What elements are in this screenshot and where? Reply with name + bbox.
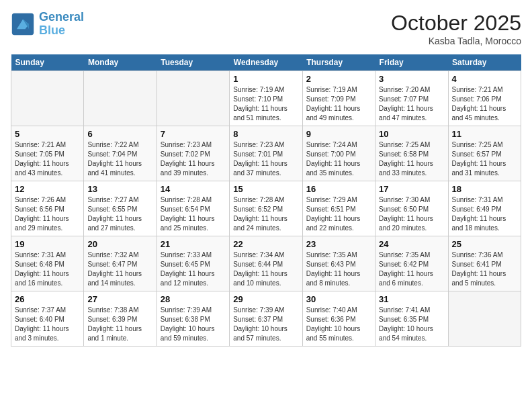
calendar-cell: 8Sunrise: 7:23 AMSunset: 7:01 PMDaylight… — [230, 126, 302, 181]
day-info: Sunrise: 7:33 AMSunset: 6:45 PMDaylight:… — [161, 250, 226, 288]
day-number: 24 — [379, 239, 444, 249]
day-number: 15 — [233, 184, 298, 194]
day-info: Sunrise: 7:21 AMSunset: 7:06 PMDaylight:… — [452, 85, 517, 123]
calendar-cell: 10Sunrise: 7:25 AMSunset: 6:58 PMDayligh… — [375, 126, 448, 181]
day-number: 26 — [15, 294, 80, 304]
calendar-cell: 25Sunrise: 7:36 AMSunset: 6:41 PMDayligh… — [448, 236, 521, 291]
day-info: Sunrise: 7:40 AMSunset: 6:36 PMDaylight:… — [306, 306, 371, 343]
day-info: Sunrise: 7:22 AMSunset: 7:04 PMDaylight:… — [87, 140, 152, 178]
day-info: Sunrise: 7:31 AMSunset: 6:49 PMDaylight:… — [452, 195, 517, 233]
header-row: SundayMondayTuesdayWednesdayThursdayFrid… — [11, 54, 521, 71]
day-number: 19 — [15, 239, 80, 249]
calendar-cell: 3Sunrise: 7:20 AMSunset: 7:07 PMDaylight… — [375, 71, 448, 126]
day-info: Sunrise: 7:23 AMSunset: 7:02 PMDaylight:… — [161, 140, 226, 178]
day-info: Sunrise: 7:35 AMSunset: 6:42 PMDaylight:… — [379, 250, 444, 288]
calendar-cell — [84, 71, 157, 126]
day-number: 16 — [306, 184, 371, 194]
calendar-cell: 30Sunrise: 7:40 AMSunset: 6:36 PMDayligh… — [302, 291, 375, 347]
calendar-cell: 31Sunrise: 7:41 AMSunset: 6:35 PMDayligh… — [375, 291, 448, 347]
calendar-cell: 4Sunrise: 7:21 AMSunset: 7:06 PMDaylight… — [448, 71, 521, 126]
day-info: Sunrise: 7:28 AMSunset: 6:52 PMDaylight:… — [233, 195, 298, 233]
calendar-cell: 29Sunrise: 7:39 AMSunset: 6:37 PMDayligh… — [230, 291, 302, 347]
day-info: Sunrise: 7:27 AMSunset: 6:55 PMDaylight:… — [87, 195, 152, 233]
calendar-cell: 7Sunrise: 7:23 AMSunset: 7:02 PMDaylight… — [157, 126, 229, 181]
day-number: 29 — [233, 294, 298, 304]
day-number: 25 — [452, 239, 517, 249]
day-number: 14 — [161, 184, 226, 194]
calendar-cell: 17Sunrise: 7:30 AMSunset: 6:50 PMDayligh… — [375, 181, 448, 236]
day-info: Sunrise: 7:36 AMSunset: 6:41 PMDaylight:… — [452, 250, 517, 288]
logo: General Blue — [11, 11, 84, 38]
day-info: Sunrise: 7:20 AMSunset: 7:07 PMDaylight:… — [379, 85, 444, 123]
day-info: Sunrise: 7:30 AMSunset: 6:50 PMDaylight:… — [379, 195, 444, 233]
day-header-sunday: Sunday — [11, 54, 84, 71]
calendar-cell: 12Sunrise: 7:26 AMSunset: 6:56 PMDayligh… — [11, 181, 84, 236]
day-info: Sunrise: 7:31 AMSunset: 6:48 PMDaylight:… — [15, 250, 80, 288]
day-number: 23 — [306, 239, 371, 249]
title-block: October 2025 Kasba Tadla, Morocco — [391, 11, 521, 46]
day-info: Sunrise: 7:29 AMSunset: 6:51 PMDaylight:… — [306, 195, 371, 233]
day-number: 5 — [15, 129, 80, 139]
calendar-cell: 13Sunrise: 7:27 AMSunset: 6:55 PMDayligh… — [84, 181, 157, 236]
day-number: 11 — [452, 129, 517, 139]
day-info: Sunrise: 7:34 AMSunset: 6:44 PMDaylight:… — [233, 250, 298, 288]
page-header: General Blue October 2025 Kasba Tadla, M… — [11, 11, 521, 46]
day-number: 21 — [161, 239, 226, 249]
day-number: 9 — [306, 129, 371, 139]
day-number: 28 — [161, 294, 226, 304]
day-number: 20 — [87, 239, 152, 249]
calendar-cell: 1Sunrise: 7:19 AMSunset: 7:10 PMDaylight… — [230, 71, 302, 126]
calendar-cell: 16Sunrise: 7:29 AMSunset: 6:51 PMDayligh… — [302, 181, 375, 236]
calendar-cell: 28Sunrise: 7:39 AMSunset: 6:38 PMDayligh… — [157, 291, 229, 347]
day-info: Sunrise: 7:37 AMSunset: 6:40 PMDaylight:… — [15, 306, 80, 343]
calendar-cell: 24Sunrise: 7:35 AMSunset: 6:42 PMDayligh… — [375, 236, 448, 291]
day-number: 12 — [15, 184, 80, 194]
month-title: October 2025 — [391, 11, 521, 36]
day-info: Sunrise: 7:25 AMSunset: 6:57 PMDaylight:… — [452, 140, 517, 178]
calendar-cell: 26Sunrise: 7:37 AMSunset: 6:40 PMDayligh… — [11, 291, 84, 347]
location: Kasba Tadla, Morocco — [391, 36, 521, 46]
day-number: 27 — [87, 294, 152, 304]
week-row-2: 5Sunrise: 7:21 AMSunset: 7:05 PMDaylight… — [11, 126, 521, 181]
day-header-saturday: Saturday — [448, 54, 521, 71]
day-info: Sunrise: 7:25 AMSunset: 6:58 PMDaylight:… — [379, 140, 444, 178]
day-info: Sunrise: 7:26 AMSunset: 6:56 PMDaylight:… — [15, 195, 80, 233]
calendar-cell: 27Sunrise: 7:38 AMSunset: 6:39 PMDayligh… — [84, 291, 157, 347]
day-number: 31 — [379, 294, 444, 304]
logo-icon — [11, 12, 35, 36]
day-header-friday: Friday — [375, 54, 448, 71]
calendar-cell: 9Sunrise: 7:24 AMSunset: 7:00 PMDaylight… — [302, 126, 375, 181]
day-info: Sunrise: 7:24 AMSunset: 7:00 PMDaylight:… — [306, 140, 371, 178]
day-number: 17 — [379, 184, 444, 194]
week-row-5: 26Sunrise: 7:37 AMSunset: 6:40 PMDayligh… — [11, 291, 521, 347]
calendar-table: SundayMondayTuesdayWednesdayThursdayFrid… — [11, 54, 521, 347]
day-number: 22 — [233, 239, 298, 249]
calendar-cell: 18Sunrise: 7:31 AMSunset: 6:49 PMDayligh… — [448, 181, 521, 236]
logo-text: General Blue — [39, 11, 84, 38]
day-info: Sunrise: 7:35 AMSunset: 6:43 PMDaylight:… — [306, 250, 371, 288]
day-number: 18 — [452, 184, 517, 194]
calendar-cell: 15Sunrise: 7:28 AMSunset: 6:52 PMDayligh… — [230, 181, 302, 236]
week-row-4: 19Sunrise: 7:31 AMSunset: 6:48 PMDayligh… — [11, 236, 521, 291]
calendar-cell: 20Sunrise: 7:32 AMSunset: 6:47 PMDayligh… — [84, 236, 157, 291]
day-number: 3 — [379, 74, 444, 84]
week-row-3: 12Sunrise: 7:26 AMSunset: 6:56 PMDayligh… — [11, 181, 521, 236]
day-number: 30 — [306, 294, 371, 304]
calendar-cell: 19Sunrise: 7:31 AMSunset: 6:48 PMDayligh… — [11, 236, 84, 291]
calendar-cell: 6Sunrise: 7:22 AMSunset: 7:04 PMDaylight… — [84, 126, 157, 181]
day-info: Sunrise: 7:41 AMSunset: 6:35 PMDaylight:… — [379, 306, 444, 343]
day-info: Sunrise: 7:39 AMSunset: 6:37 PMDaylight:… — [233, 306, 298, 343]
day-number: 10 — [379, 129, 444, 139]
day-number: 7 — [161, 129, 226, 139]
calendar-cell: 11Sunrise: 7:25 AMSunset: 6:57 PMDayligh… — [448, 126, 521, 181]
week-row-1: 1Sunrise: 7:19 AMSunset: 7:10 PMDaylight… — [11, 71, 521, 126]
day-header-thursday: Thursday — [302, 54, 375, 71]
day-info: Sunrise: 7:38 AMSunset: 6:39 PMDaylight:… — [87, 306, 152, 343]
day-number: 4 — [452, 74, 517, 84]
day-number: 13 — [87, 184, 152, 194]
calendar-cell: 21Sunrise: 7:33 AMSunset: 6:45 PMDayligh… — [157, 236, 229, 291]
calendar-cell: 14Sunrise: 7:28 AMSunset: 6:54 PMDayligh… — [157, 181, 229, 236]
day-header-monday: Monday — [84, 54, 157, 71]
day-header-wednesday: Wednesday — [230, 54, 302, 71]
calendar-cell: 2Sunrise: 7:19 AMSunset: 7:09 PMDaylight… — [302, 71, 375, 126]
